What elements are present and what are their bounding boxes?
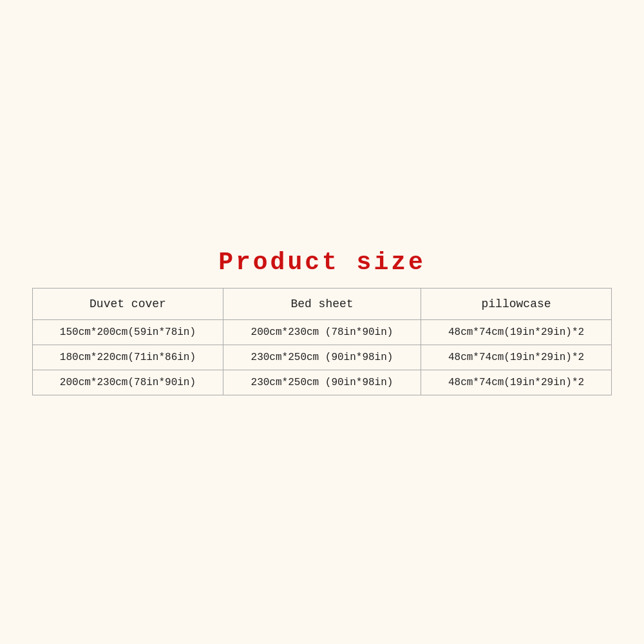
table-cell-2-2: 48cm*74cm(19in*29in)*2 [421,370,612,395]
header-duvet-cover: Duvet cover [33,289,223,320]
table-cell-1-2: 48cm*74cm(19in*29in)*2 [421,345,612,370]
table-row: 180cm*220cm(71in*86in)230cm*250cm (90in*… [33,345,612,370]
table-cell-1-0: 180cm*220cm(71in*86in) [33,345,223,370]
table-cell-0-2: 48cm*74cm(19in*29in)*2 [421,320,612,345]
header-bed-sheet: Bed sheet [223,289,421,320]
product-size-table: Duvet cover Bed sheet pillowcase 150cm*2… [32,288,612,395]
table-row: 200cm*230cm(78in*90in)230cm*250cm (90in*… [33,370,612,395]
table-cell-1-1: 230cm*250cm (90in*98in) [223,345,421,370]
table-cell-0-1: 200cm*230cm (78in*90in) [223,320,421,345]
page-title: Product size [218,249,426,276]
header-pillowcase: pillowcase [421,289,612,320]
main-container: Product size Duvet cover Bed sheet pillo… [32,249,612,395]
table-header-row: Duvet cover Bed sheet pillowcase [33,289,612,320]
table-row: 150cm*200cm(59in*78in)200cm*230cm (78in*… [33,320,612,345]
table-cell-2-0: 200cm*230cm(78in*90in) [33,370,223,395]
table-cell-0-0: 150cm*200cm(59in*78in) [33,320,223,345]
table-cell-2-1: 230cm*250cm (90in*98in) [223,370,421,395]
